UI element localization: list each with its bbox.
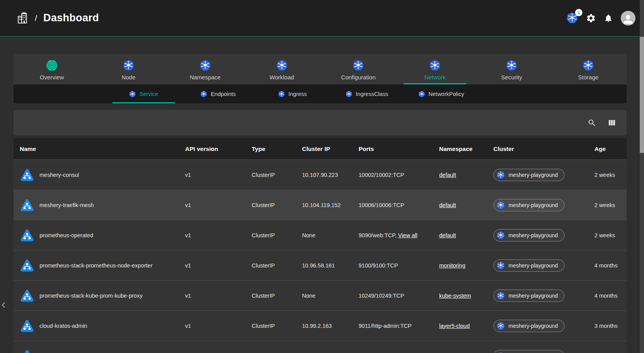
- service-name: prometheus-stack-prometheus-node-exporte…: [39, 262, 153, 269]
- person-icon: [622, 11, 635, 26]
- table-row[interactable]: prometheus-operated v1 ClusterIP None 90…: [14, 220, 627, 250]
- cluster-chip[interactable]: meshery-playground: [493, 199, 565, 211]
- namespace-link[interactable]: default: [439, 202, 456, 208]
- column-header: Type: [246, 146, 296, 153]
- service-name: prometheus-stack-kube-prom-kube-proxy: [39, 293, 143, 299]
- kubernetes-icon: [276, 60, 288, 71]
- subtab[interactable]: IngressClass: [330, 84, 404, 103]
- network-subtabs: Service Endpoints Ingress IngressClass N…: [14, 84, 627, 103]
- age-cell: 2 weeks: [588, 232, 627, 238]
- building-icon: [17, 12, 29, 24]
- view-columns-button[interactable]: [607, 118, 617, 127]
- resource-tabs: Overview Node Namespace Workload Configu…: [14, 54, 627, 84]
- namespace-link[interactable]: layer5-cloud: [439, 323, 470, 329]
- scrollbar-thumb[interactable]: [640, 37, 644, 153]
- kubernetes-icon: [496, 322, 505, 330]
- namespace-link[interactable]: default: [439, 172, 456, 178]
- expand-navigator-button[interactable]: [0, 299, 7, 311]
- service-icon: [20, 168, 34, 182]
- subtab[interactable]: NetworkPolicy: [404, 84, 478, 103]
- type-cell: ClusterIP: [246, 202, 296, 208]
- api-version-cell: v1: [179, 202, 246, 208]
- cluster-ip-cell: 10.107.90.223: [296, 172, 352, 178]
- cluster-ip-cell: None: [296, 232, 352, 238]
- table-row[interactable]: cloud-kratos-admin v1 ClusterIP 10.99.2.…: [14, 310, 627, 341]
- tab-label: Configuration: [341, 74, 376, 81]
- cluster-chip[interactable]: meshery-playground: [493, 320, 565, 332]
- ports-cell: 10006/10006:TCP: [359, 202, 404, 208]
- column-header: Name: [14, 146, 179, 153]
- ports-cell: 10002/10002:TCP: [359, 172, 404, 178]
- namespace-link[interactable]: kube-system: [439, 293, 471, 299]
- resource-tab[interactable]: Node: [90, 54, 167, 84]
- cluster-chip[interactable]: meshery-playground: [493, 290, 565, 302]
- table-row[interactable]: prometheus-stack-prometheus-node-exporte…: [14, 250, 627, 280]
- type-cell: ClusterIP: [246, 323, 296, 329]
- cluster-chip-label: meshery-playground: [508, 323, 558, 329]
- service-icon: [20, 288, 34, 303]
- notifications-button[interactable]: [604, 14, 613, 23]
- table-row[interactable]: meshery meshery-playground: [14, 341, 627, 353]
- services-table: Name API version Type Cluster IP Ports N…: [14, 138, 627, 353]
- meshery-icon: [46, 60, 58, 71]
- column-header: Cluster: [487, 146, 588, 153]
- resource-tab[interactable]: Security: [473, 54, 550, 84]
- resource-tab[interactable]: Namespace: [167, 54, 244, 84]
- table-row[interactable]: meshery-consul v1 ClusterIP 10.107.90.22…: [14, 159, 627, 190]
- type-cell: ClusterIP: [246, 293, 296, 299]
- ports-cell: 10249/10249:TCP: [359, 293, 404, 299]
- cluster-chip[interactable]: meshery-playground: [493, 259, 565, 272]
- cluster-chip[interactable]: meshery-playground: [493, 229, 565, 242]
- kubernetes-icon: [352, 60, 364, 71]
- cluster-chip[interactable]: meshery-playground: [493, 169, 565, 181]
- tab-label: Workload: [270, 74, 294, 81]
- kubernetes-icon: [496, 231, 505, 240]
- subtab[interactable]: Endpoints: [181, 84, 255, 103]
- header-accent-divider: [0, 36, 644, 37]
- cluster-chip-label: meshery-playground: [508, 202, 558, 208]
- cluster-ip-cell: 10.99.2.163: [296, 323, 352, 329]
- type-cell: ClusterIP: [246, 232, 296, 238]
- cluster-ip-cell: None: [296, 293, 352, 299]
- search-button[interactable]: [587, 118, 596, 127]
- resource-tab[interactable]: Workload: [244, 54, 320, 84]
- tab-label: Storage: [578, 74, 599, 81]
- subtab-label: NetworkPolicy: [429, 91, 464, 97]
- kubernetes-context-button[interactable]: 1: [566, 12, 578, 24]
- ports-cell: 9100/9100:TCP: [359, 262, 398, 269]
- type-cell: ClusterIP: [246, 172, 296, 178]
- resource-tab[interactable]: Network: [397, 54, 473, 84]
- api-version-cell: v1: [179, 232, 246, 238]
- kubernetes-icon: [496, 352, 505, 353]
- age-cell: 2 weeks: [588, 172, 627, 178]
- service-icon: [20, 198, 34, 212]
- resource-tab[interactable]: Configuration: [320, 54, 397, 84]
- vertical-scrollbar: [640, 0, 644, 353]
- user-avatar[interactable]: [621, 11, 635, 26]
- ports-view-all-link[interactable]: View all: [398, 232, 417, 238]
- service-name: cloud-kratos-admin: [39, 323, 87, 329]
- view-columns-icon: [607, 118, 617, 127]
- table-row[interactable]: meshery-traefik-mesh v1 ClusterIP 10.104…: [14, 190, 627, 220]
- namespace-link[interactable]: default: [439, 232, 456, 238]
- settings-button[interactable]: [586, 13, 596, 23]
- resource-tab[interactable]: Storage: [550, 54, 627, 84]
- table-row[interactable]: prometheus-stack-kube-prom-kube-proxy v1…: [14, 280, 627, 310]
- ports-cell: 9011/http-admin:TCP: [359, 323, 412, 329]
- resource-tab[interactable]: Overview: [14, 54, 90, 84]
- kubernetes-icon: [429, 60, 441, 71]
- subtab[interactable]: Ingress: [255, 84, 330, 103]
- subtab-label: IngressClass: [356, 91, 388, 97]
- breadcrumb-separator: /: [35, 14, 37, 23]
- kubernetes-icon: [123, 60, 134, 71]
- column-header: Namespace: [433, 146, 487, 153]
- column-header: API version: [179, 146, 246, 153]
- cluster-chip[interactable]: meshery-playground: [493, 350, 565, 353]
- service-icon: [20, 228, 34, 243]
- subtab[interactable]: Service: [106, 84, 181, 103]
- namespace-link[interactable]: monitoring: [439, 262, 465, 269]
- tab-label: Security: [501, 74, 522, 81]
- page-title: Dashboard: [43, 12, 99, 24]
- service-name: meshery-consul: [39, 172, 79, 178]
- kubernetes-icon: [496, 201, 505, 209]
